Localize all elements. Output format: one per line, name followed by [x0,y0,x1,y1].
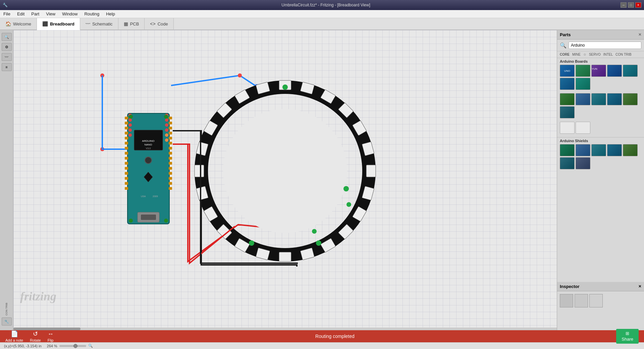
tabbar: 🏠 Welcome ⬛ Breadboard 〰 Schematic ▦ PCB… [0,18,644,30]
part-uno[interactable]: UNO [560,65,575,77]
share-button[interactable]: ⊞ Share [616,329,639,344]
section-servo[interactable]: SERVO [589,53,601,56]
inspector-box-3 [589,294,603,307]
shield-d[interactable] [607,144,622,156]
section-labels-row: CORE MINE ☆ SERVO INTEL CON TRIB [557,51,644,58]
sidebar-layer-btn[interactable]: ≡ [2,63,12,71]
coordinates-bar: (x,y)=(5.950, -3.154) in 264 % 🔍 [0,342,644,349]
part-board-b[interactable] [576,93,590,105]
menu-file[interactable]: File [0,11,14,17]
shield-c[interactable] [591,144,606,156]
part-board-c[interactable] [591,93,606,105]
svg-rect-13 [125,177,128,180]
rotate-icon: ↺ [33,330,38,338]
svg-point-32 [128,118,132,122]
parts-search-input[interactable] [569,42,641,49]
svg-rect-26 [169,167,172,170]
part-mini[interactable] [623,65,638,77]
part-board-e[interactable] [623,93,638,105]
menu-view[interactable]: View [43,11,59,17]
menu-window[interactable]: Window [59,11,81,17]
flip-tool[interactable]: ↔ Flip [48,331,54,342]
arduino-boards-grid-1: UNO YUN [557,65,644,91]
part-galileo[interactable] [576,65,590,77]
inspector-close[interactable]: ✕ [638,284,641,289]
tab-pcb-label: PCB [130,21,139,26]
part-board-a[interactable] [560,93,575,105]
svg-rect-1 [125,117,128,119]
canvas-horizontal-scrollbar[interactable] [13,328,557,330]
svg-text:2009: 2009 [153,195,158,197]
tab-schematic[interactable]: 〰 Schematic [80,18,118,30]
part-white-a[interactable] [560,122,575,134]
svg-point-39 [165,128,168,132]
svg-rect-25 [169,162,172,165]
tab-pcb[interactable]: ▦ PCB [118,18,145,30]
svg-point-57 [223,109,347,233]
breadboard-icon: ⬛ [42,21,48,26]
svg-point-35 [128,133,132,137]
menu-edit[interactable]: Edit [14,11,28,17]
rotate-tool[interactable]: ↺ Rotate [30,330,41,342]
svg-rect-16 [169,117,172,119]
menu-routing[interactable]: Routing [81,11,103,17]
part-board-f[interactable] [560,106,575,118]
part-white-b[interactable] [576,122,590,134]
svg-rect-5 [125,137,128,139]
section-contrib[interactable]: CON TRIB [615,53,632,56]
share-icon: ⊞ [626,331,629,336]
code-icon: <> [150,21,155,26]
part-board-d[interactable] [607,93,622,105]
sidebar-contrib-btn[interactable]: 🔧 [2,317,12,326]
part-leonardo[interactable] [560,78,575,90]
section-core[interactable]: CORE [560,53,570,56]
parts-panel-controls: ✕ [638,33,641,37]
connection-dot-green-2 [312,229,317,234]
tab-code[interactable]: <> Code [145,18,173,30]
sidebar-route-btn[interactable]: 〰 [2,53,12,61]
menu-part[interactable]: Part [28,11,43,17]
statusbar: 📄 Add a note ↺ Rotate ↔ Flip Routing com… [0,330,644,342]
shield-a[interactable] [560,144,575,156]
pcb-icon: ▦ [124,21,128,26]
part-mega[interactable] [607,65,622,77]
parts-search-bar: 🔍 [557,40,644,51]
svg-rect-17 [169,122,172,124]
part-yun[interactable]: YUN [591,65,606,77]
tab-breadboard[interactable]: ⬛ Breadboard [37,18,80,30]
svg-point-38 [165,123,168,127]
close-button[interactable]: ✕ [635,2,641,8]
svg-text:V3.0: V3.0 [146,147,151,150]
svg-rect-6 [125,142,128,144]
left-sidebar: 🔍 ⚙ 〰 ≡ CON TRIB 🔧 [0,30,13,330]
zoom-icon[interactable]: 🔍 [88,344,93,348]
inspector-content [557,291,644,310]
shield-f[interactable] [560,157,575,169]
led-18 [195,165,204,177]
sidebar-parts-btn[interactable]: ⚙ [2,43,12,51]
maximize-button[interactable]: □ [628,2,634,8]
shield-b[interactable] [576,144,590,156]
scrollbar-thumb[interactable] [13,328,80,330]
svg-rect-12 [125,172,128,175]
add-note-tool[interactable]: 📄 Add a note [5,330,23,342]
shield-g[interactable] [576,157,590,169]
section-star[interactable]: ☆ [583,53,586,56]
svg-rect-4 [125,132,128,134]
zoom-slider-thumb[interactable] [73,344,77,348]
svg-point-54 [129,219,133,223]
section-mine[interactable]: MINE [572,53,581,56]
minimize-button[interactable]: ─ [621,2,627,8]
tab-welcome[interactable]: 🏠 Welcome [0,18,37,30]
circuit-svg: ARDUINO NANO V3.0 USA 2009 [13,30,557,330]
menu-help[interactable]: Help [103,11,118,17]
svg-point-34 [128,128,132,132]
zoom-slider[interactable] [59,345,86,347]
section-intel[interactable]: INTEL [603,53,613,56]
tab-welcome-label: Welcome [13,21,31,26]
sidebar-search-btn[interactable]: 🔍 [2,33,12,41]
part-nano-thumb[interactable] [576,78,590,90]
canvas-area[interactable]: ARDUINO NANO V3.0 USA 2009 [13,30,557,330]
svg-rect-23 [169,152,172,155]
shield-e[interactable] [623,144,638,156]
